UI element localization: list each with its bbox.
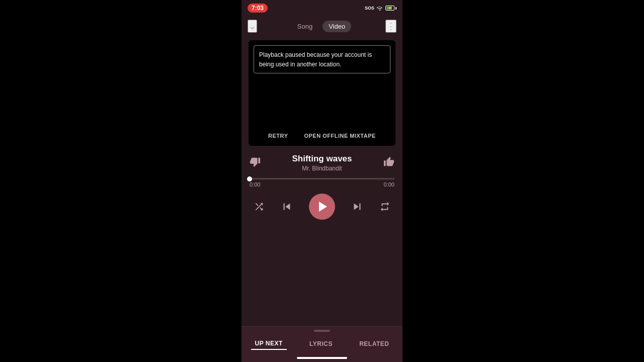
repeat-button[interactable] (379, 201, 390, 212)
wifi-icon (376, 5, 383, 11)
indicator-bar (297, 357, 347, 359)
playback-controls (242, 188, 403, 226)
pause-notice: Playback paused because your account is … (254, 45, 390, 73)
open-offline-mixtape-button[interactable]: OPEN OFFLINE MIXTAPE (304, 133, 375, 139)
previous-button[interactable] (280, 200, 293, 213)
song-title-block: Shifting waves Mr. Blindbandit (292, 154, 352, 172)
phone-screen: 7:03 SOS ⚡ ⌄ Song Video ⋮ (242, 0, 403, 362)
view-tabs: Song Video (291, 21, 351, 32)
battery-icon: ⚡ (385, 6, 396, 11)
video-area: Playback paused because your account is … (249, 40, 395, 146)
tab-related[interactable]: RELATED (355, 338, 393, 350)
next-button[interactable] (351, 200, 364, 213)
drag-handle[interactable] (242, 327, 403, 334)
total-time: 0:00 (384, 182, 394, 188)
status-bar: 7:03 SOS ⚡ (242, 0, 403, 16)
retry-button[interactable]: RETRY (268, 133, 288, 139)
bottom-indicator (242, 355, 403, 362)
shuffle-button[interactable] (254, 201, 265, 212)
song-title: Shifting waves (292, 154, 352, 164)
play-button[interactable] (309, 194, 335, 220)
time-display: 7:03 (248, 4, 268, 13)
song-info: Shifting waves Mr. Blindbandit (242, 150, 403, 176)
video-actions: RETRY OPEN OFFLINE MIXTAPE (249, 133, 395, 139)
bottom-panel: UP NEXT LYRICS RELATED (242, 326, 403, 362)
tab-video[interactable]: Video (323, 21, 351, 32)
current-time: 0:00 (250, 182, 260, 188)
collapse-button[interactable]: ⌄ (248, 20, 257, 33)
time-labels: 0:00 0:00 (250, 182, 394, 188)
more-options-button[interactable]: ⋮ (385, 20, 396, 33)
status-icons: SOS ⚡ (365, 5, 396, 11)
song-artist: Mr. Blindbandit (292, 165, 352, 172)
play-icon (319, 202, 327, 212)
tab-lyrics[interactable]: LYRICS (305, 338, 337, 350)
tab-song[interactable]: Song (291, 21, 318, 32)
top-nav: ⌄ Song Video ⋮ (242, 16, 403, 38)
tab-up-next[interactable]: UP NEXT (251, 338, 287, 350)
thumbs-down-button[interactable] (250, 156, 261, 170)
progress-section: 0:00 0:00 (242, 176, 403, 188)
thumbs-up-button[interactable] (383, 156, 394, 170)
bottom-tabs: UP NEXT LYRICS RELATED (242, 334, 403, 355)
progress-bar[interactable] (250, 178, 394, 179)
progress-dot (247, 176, 252, 182)
sos-label: SOS (365, 6, 374, 11)
pause-notice-text: Playback paused because your account is … (259, 51, 372, 68)
handle-bar (314, 330, 330, 332)
